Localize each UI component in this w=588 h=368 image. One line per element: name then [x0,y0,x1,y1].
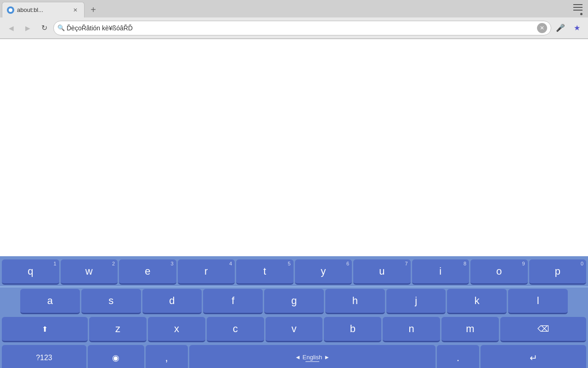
forward-button[interactable]: ▶ [20,21,35,35]
tab-favicon-icon [7,6,14,14]
key-i[interactable]: 8i [412,259,469,285]
page-content [0,39,588,256]
key-a[interactable]: a [20,289,80,314]
voice-button[interactable]: 🎤 [553,21,568,35]
key-l[interactable]: l [508,289,568,314]
key-p[interactable]: 0p [529,259,587,285]
key-z[interactable]: z [89,317,147,342]
active-tab[interactable]: about:bl... ✕ [2,2,85,17]
key-x[interactable]: x [148,317,205,342]
key-spacebar[interactable]: ◄ English ► [189,345,436,368]
menu-button[interactable] [570,1,586,18]
key-comma[interactable]: , [146,345,188,368]
language-label: English [303,354,322,361]
keyboard-row-4: ?123 ◉ , ◄ English ► . ↵ [0,344,588,368]
toolbar: ◀ ▶ ↻ 🔍 ✕ 🎤 ★ [0,17,588,39]
address-input[interactable] [67,24,535,32]
key-j[interactable]: j [386,289,446,314]
keyboard: 1q 2w 3e 4r 5t 6y 7u 8i 9o 0p a s d f g … [0,256,588,368]
key-enter[interactable]: ↵ [481,345,586,368]
key-n[interactable]: n [383,317,440,342]
keyboard-row-3: ⬆ z x c v b n m ⌫ [0,316,588,344]
keyboard-row-2: a s d f g h j k l [0,288,588,316]
key-u[interactable]: 7u [353,259,411,285]
clear-button[interactable]: ✕ [537,23,547,33]
key-f[interactable]: f [203,289,263,314]
key-h[interactable]: h [325,289,385,314]
key-d[interactable]: d [142,289,202,314]
tab-title: about:bl... [17,6,68,13]
key-t[interactable]: 5t [236,259,294,285]
key-shift[interactable]: ⬆ [2,317,88,342]
key-globe[interactable]: ◉ [88,345,144,368]
key-numbers[interactable]: ?123 [2,345,86,368]
search-icon: 🔍 [57,24,65,31]
key-s[interactable]: s [81,289,141,314]
key-period[interactable]: . [437,345,479,368]
tab-bar: about:bl... ✕ + [0,0,588,17]
key-y[interactable]: 6y [295,259,352,285]
key-e[interactable]: 3e [119,259,176,285]
address-bar-container: 🔍 ✕ [53,21,551,35]
back-button[interactable]: ◀ [4,21,18,35]
key-q[interactable]: 1q [2,259,59,285]
refresh-button[interactable]: ↻ [37,21,51,35]
key-k[interactable]: k [447,289,507,314]
key-o[interactable]: 9o [470,259,528,285]
tab-close-button[interactable]: ✕ [71,6,79,14]
key-v[interactable]: v [266,317,323,342]
key-c[interactable]: c [207,317,264,342]
key-backspace[interactable]: ⌫ [500,317,586,342]
key-w[interactable]: 2w [61,259,118,285]
bookmark-button[interactable]: ★ [570,21,584,35]
key-m[interactable]: m [441,317,499,342]
browser-chrome: about:bl... ✕ + ◀ ▶ ↻ 🔍 ✕ 🎤 ★ [0,0,588,39]
keyboard-row-1: 1q 2w 3e 4r 5t 6y 7u 8i 9o 0p [0,258,588,286]
key-r[interactable]: 4r [178,259,235,285]
key-g[interactable]: g [264,289,324,314]
key-b[interactable]: b [324,317,381,342]
new-tab-button[interactable]: + [86,3,100,17]
